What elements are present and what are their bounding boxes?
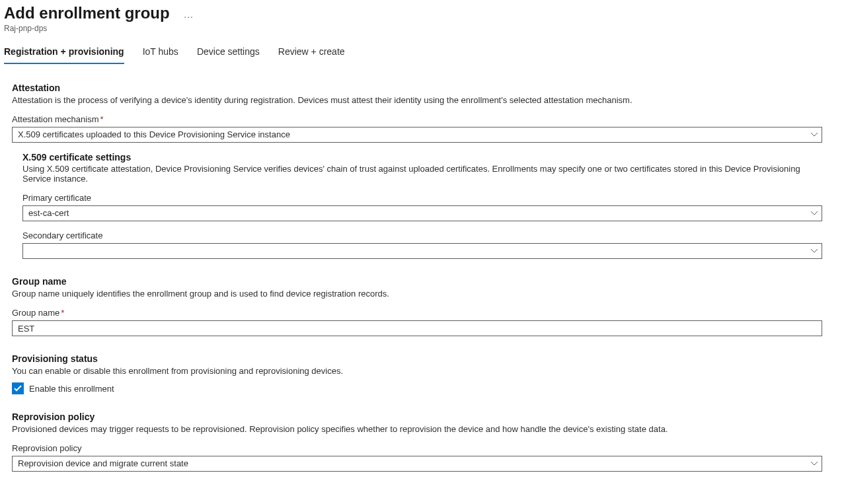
primary-cert-label: Primary certificate [22, 193, 822, 203]
attestation-desc: Attestation is the process of verifying … [12, 95, 822, 105]
breadcrumb: Raj-pnp-dps [4, 24, 844, 33]
tab-review-create[interactable]: Review + create [278, 46, 345, 63]
provisioning-desc: You can enable or disable this enrollmen… [12, 366, 822, 376]
x509-desc: Using X.509 certificate attestation, Dev… [22, 164, 822, 184]
reprovision-policy-select[interactable]: Reprovision device and migrate current s… [12, 456, 822, 472]
primary-cert-select[interactable]: est-ca-cert [22, 205, 822, 221]
x509-heading: X.509 certificate settings [22, 152, 822, 162]
reprovision-policy-label: Reprovision policy [12, 443, 822, 453]
secondary-cert-label: Secondary certificate [22, 231, 822, 240]
reprovision-desc: Provisioned devices may trigger requests… [12, 424, 822, 434]
attestation-heading: Attestation [12, 83, 822, 93]
group-name-input[interactable] [12, 320, 822, 336]
provisioning-heading: Provisioning status [12, 353, 822, 364]
enable-enrollment-checkbox[interactable] [12, 382, 24, 394]
reprovision-heading: Reprovision policy [12, 412, 822, 422]
tab-device-settings[interactable]: Device settings [197, 46, 260, 63]
page-title: Add enrollment group [4, 4, 170, 22]
tabs-container: Registration + provisioning IoT hubs Dev… [4, 46, 844, 64]
secondary-cert-select[interactable] [22, 243, 822, 259]
more-icon[interactable]: ··· [184, 11, 194, 22]
enable-enrollment-label: Enable this enrollment [29, 384, 114, 394]
group-name-label: Group name* [12, 308, 822, 318]
group-desc: Group name uniquely identifies the enrol… [12, 289, 822, 299]
attestation-mechanism-label: Attestation mechanism* [12, 114, 822, 124]
group-heading: Group name [12, 276, 822, 287]
tab-iot-hubs[interactable]: IoT hubs [143, 46, 178, 63]
tab-registration-provisioning[interactable]: Registration + provisioning [4, 46, 124, 63]
attestation-mechanism-select[interactable]: X.509 certificates uploaded to this Devi… [12, 127, 822, 143]
